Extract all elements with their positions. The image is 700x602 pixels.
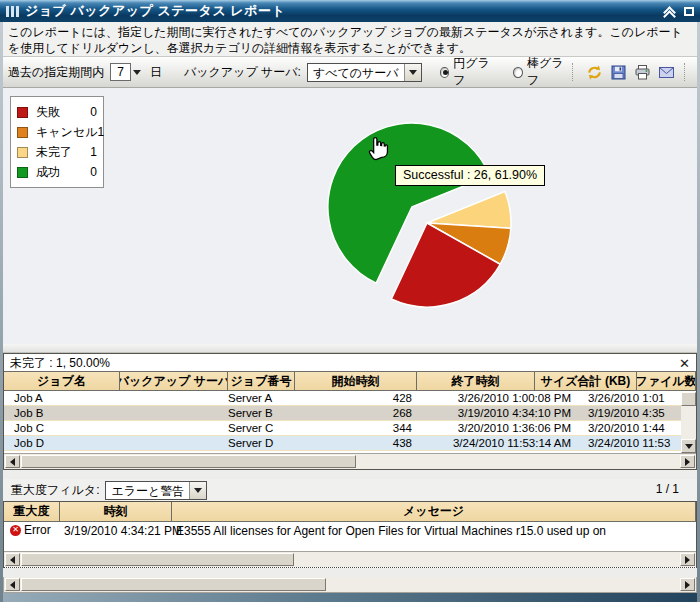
messages-column-headers: 重大度時刻メッセージ xyxy=(4,502,696,522)
toolbar: 過去の指定期間内 7 日 バックアップ サーバ: すべてのサーバ 円グラフ 棒グ… xyxy=(0,57,700,88)
table-cell: 3/19/2010 4:35 xyxy=(588,406,679,420)
column-header[interactable]: 開始時刻 xyxy=(295,372,417,390)
scrollbar-thumb[interactable] xyxy=(21,455,356,468)
column-header[interactable]: 終了時刻 xyxy=(417,372,535,390)
time-cell: 3/19/2010 4:34:21 PM xyxy=(64,524,182,538)
save-icon[interactable] xyxy=(609,63,628,81)
pie-chart xyxy=(3,88,697,344)
scroll-right-button[interactable] xyxy=(680,553,695,566)
table-cell: 3/24/2010 11:53 xyxy=(588,436,679,450)
chevron-down-icon[interactable] xyxy=(404,64,421,81)
report-panel-icon xyxy=(6,6,19,17)
pie-slice-incomplete[interactable] xyxy=(427,192,511,229)
column-header[interactable]: バックアップ サーバ xyxy=(120,372,228,390)
server-select[interactable]: すべてのサーバ xyxy=(307,63,422,82)
chart-area: 失敗0キャンセル1未完了1成功0 Successful : 26, 61.90% xyxy=(3,88,697,344)
severity-cell: ✕Error xyxy=(10,523,51,537)
column-header[interactable]: メッセージ xyxy=(172,502,696,521)
legend-count: 1 xyxy=(90,145,97,159)
column-header[interactable]: 時刻 xyxy=(60,502,172,521)
window-left-edge xyxy=(0,22,3,602)
legend-swatch-icon xyxy=(17,147,28,158)
radio-selected-icon[interactable] xyxy=(440,67,450,78)
scroll-left-button[interactable] xyxy=(5,553,20,566)
period-dropdown-icon[interactable] xyxy=(131,63,144,81)
table-cell: 3/24/2010 11:53:14 AM xyxy=(416,436,571,450)
scroll-down-button[interactable] xyxy=(681,439,696,453)
severity-filter-select[interactable]: エラーと警告 xyxy=(105,481,207,500)
pie-radio-label: 円グラフ xyxy=(453,55,495,89)
legend-item: 未完了1 xyxy=(17,142,97,162)
main-horizontal-scrollbar[interactable] xyxy=(3,577,697,593)
legend-label: 成功 xyxy=(36,164,60,181)
severity-label: Error xyxy=(24,523,51,537)
close-icon[interactable]: ✕ xyxy=(679,357,690,370)
chart-legend: 失敗0キャンセル1未完了1成功0 xyxy=(10,96,104,188)
drilldown-title: 未完了 : 1, 50.00% xyxy=(10,355,110,372)
horizontal-scrollbar[interactable] xyxy=(4,453,696,469)
window-box-icon[interactable] xyxy=(684,7,694,16)
table-cell: Job A xyxy=(14,391,43,405)
pie-chart-radio[interactable]: 円グラフ xyxy=(436,55,496,89)
collapse-icon[interactable] xyxy=(664,5,677,17)
page-indicator: 1 / 1 xyxy=(656,482,679,496)
refresh-icon[interactable] xyxy=(585,63,604,81)
scrollbar-thumb[interactable] xyxy=(681,392,696,406)
scroll-right-button[interactable] xyxy=(680,455,695,468)
legend-swatch-icon xyxy=(17,167,28,178)
column-header[interactable]: 重大度 xyxy=(4,502,60,521)
table-cell: 344 xyxy=(334,421,412,435)
table-row[interactable]: Job BServer B2683/19/2010 4:34:10 PM3/19… xyxy=(4,406,696,421)
period-value-input[interactable]: 7 xyxy=(110,63,130,81)
legend-label: 未完了 xyxy=(36,144,72,161)
window-bottom-edge xyxy=(0,593,700,602)
scrollbar-thumb[interactable] xyxy=(21,578,326,591)
legend-count: 0 xyxy=(90,105,97,119)
column-header[interactable]: サイズ合計 (KB) xyxy=(535,372,637,390)
scroll-left-button[interactable] xyxy=(5,578,20,591)
report-window: ジョブ バックアップ ステータス レポート このレポートには、指定した期間に実行… xyxy=(0,0,700,602)
server-label: バックアップ サーバ: xyxy=(184,64,301,81)
table-cell: 3/20/2010 1:36:06 PM xyxy=(416,421,571,435)
horizontal-scrollbar[interactable] xyxy=(4,551,696,567)
radio-icon[interactable] xyxy=(513,67,523,78)
scrollbar-thumb[interactable] xyxy=(21,553,294,566)
legend-swatch-icon xyxy=(17,127,28,138)
table-cell: Server D xyxy=(228,436,273,450)
error-icon: ✕ xyxy=(10,525,21,536)
vertical-scrollbar[interactable] xyxy=(681,392,696,453)
column-header[interactable]: ジョブ名 xyxy=(4,372,120,390)
column-header[interactable]: ジョブ番号 xyxy=(228,372,295,390)
email-icon[interactable] xyxy=(657,63,676,81)
table-cell: Job B xyxy=(14,406,43,420)
chevron-down-icon[interactable] xyxy=(189,482,206,499)
legend-swatch-icon xyxy=(17,107,28,118)
legend-item: キャンセル1 xyxy=(17,122,97,142)
message-row[interactable]: ✕Error3/19/2010 4:34:21 PME3555 All lice… xyxy=(4,522,696,539)
print-icon[interactable] xyxy=(633,63,652,81)
pie-tooltip: Successful : 26, 61.90% xyxy=(395,165,545,186)
bar-chart-radio[interactable]: 棒グラフ xyxy=(509,55,569,89)
section-divider xyxy=(3,344,697,353)
table-cell: Job D xyxy=(14,436,44,450)
table-cell: Server C xyxy=(228,421,273,435)
scroll-right-button[interactable] xyxy=(680,578,695,591)
toolbar-separator xyxy=(684,63,689,81)
table-row[interactable]: Job AServer A4283/26/2010 1:00:08 PM3/26… xyxy=(4,391,696,406)
toolbar-separator xyxy=(572,63,577,81)
severity-filter-label: 重大度フィルタ: xyxy=(11,482,99,499)
column-header[interactable]: ファイル数 xyxy=(637,372,696,390)
table-cell: 268 xyxy=(334,406,412,420)
window-title: ジョブ バックアップ ステータス レポート xyxy=(25,2,285,20)
table-row[interactable]: Job DServer D4383/24/2010 11:53:14 AM3/2… xyxy=(4,436,696,451)
table-row[interactable]: Job CServer C3443/20/2010 1:36:06 PM3/20… xyxy=(4,421,696,436)
table-cell: Server B xyxy=(228,406,273,420)
table-cell: Job C xyxy=(14,421,44,435)
titlebar: ジョブ バックアップ ステータス レポート xyxy=(0,0,700,22)
period-label: 過去の指定期間内 xyxy=(8,64,104,81)
table-cell: 3/19/2010 4:34:10 PM xyxy=(416,406,571,420)
table-cell: 3/26/2010 1:00:08 PM xyxy=(416,391,571,405)
bar-radio-label: 棒グラフ xyxy=(527,55,569,89)
period-unit-label: 日 xyxy=(150,64,162,81)
scroll-left-button[interactable] xyxy=(5,455,20,468)
